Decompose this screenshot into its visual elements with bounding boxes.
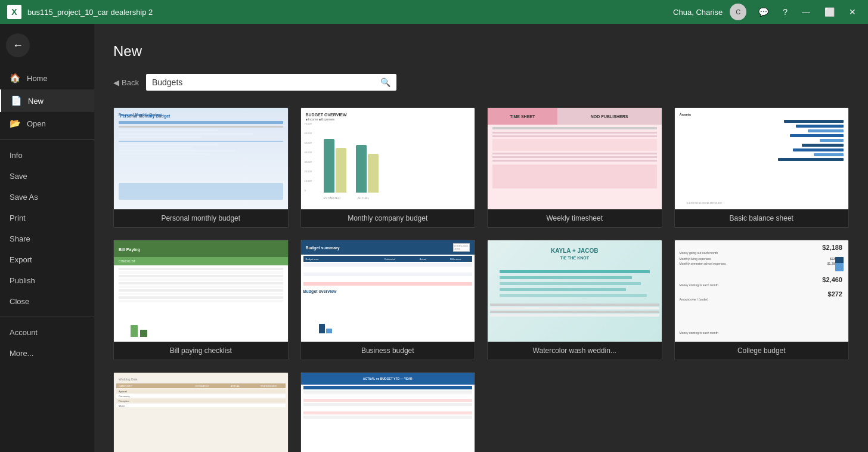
template-thumb-personal: Personal Monthly Budget [114,108,288,209]
template-label-college-budget: College budget [675,342,849,360]
title-bar-right: Chua, Charise C 💬 ? — ⬜ ✕ [673,4,861,20]
new-icon: 📄 [11,95,22,106]
template-label-bill-checklist: Bill paying checklist [114,342,288,360]
sidebar-item-close[interactable]: Close [0,291,94,312]
help-icon[interactable]: ? [778,5,792,19]
sidebar-item-new[interactable]: 📄 New [0,89,94,112]
close-icon[interactable]: ✕ [844,5,861,19]
feedback-icon[interactable]: 💬 [754,5,773,19]
template-card-personal-budget[interactable]: Personal Monthly Budget [113,107,289,228]
template-card-business-budget[interactable]: Budget summary YOUR LOGO HERE Budget are… [300,240,476,360]
template-thumb-timesheet: TIME SHEET NOD PUBLISHERS [488,108,662,209]
back-label: Back [122,78,139,87]
sidebar-item-account[interactable]: Account [0,322,94,343]
window-controls: 💬 ? — ⬜ ✕ [754,5,861,19]
search-input-wrap[interactable]: 🔍 [146,74,396,91]
template-thumb-bill: Bill Paying CHECKLIST [114,240,288,342]
minimize-icon[interactable]: — [797,5,815,19]
sidebar-item-save-as[interactable]: Save As [0,187,94,208]
username-label: Chua, Charise [673,8,723,17]
open-icon: 📂 [10,118,21,129]
sidebar-item-save[interactable]: Save [0,166,94,187]
maximize-icon[interactable]: ⬜ [820,5,839,19]
sidebar-item-info[interactable]: Info [0,145,94,166]
search-input[interactable] [152,78,380,87]
chevron-left-icon: ◀ [113,78,119,87]
template-card-wedding[interactable]: KAYLA + JACOB TIE THE KNOT Wat [487,240,662,360]
sidebar-item-export[interactable]: Export [0,249,94,270]
template-card-bill-checklist[interactable]: Bill Paying CHECKLIST [113,240,289,360]
sidebar-open-label: Open [27,119,46,128]
back-button[interactable]: ← [6,33,30,57]
title-bar: X bus115_project_10_car dealership 2 Chu… [0,0,868,24]
template-label-wedding: Watercolor wash weddin... [488,342,662,360]
template-thumb-business: Budget summary YOUR LOGO HERE Budget are… [301,240,475,342]
sidebar: ← 🏠 Home 📄 New 📂 Open Info Save Save As … [0,24,94,452]
template-card-ytd[interactable]: ACTUAL vs BUDGET YTD — YEAR Actual vs Bu… [300,372,476,452]
template-card-timesheet[interactable]: TIME SHEET NOD PUBLISHERS Weekly timeshe… [487,107,662,228]
template-thumb-ytd: ACTUAL vs BUDGET YTD — YEAR [301,373,475,452]
template-label-personal-budget: Personal monthly budget [114,209,288,227]
template-card-college-budget[interactable]: $2,188 Money going out each month Monthl… [674,240,850,360]
template-label-company-budget: Monthly company budget [301,209,475,227]
sidebar-item-more[interactable]: More... [0,343,94,364]
template-grid: Personal Monthly Budget [113,107,849,452]
template-thumb-company: BUDGET OVERVIEW ■ Income ■ Expenses 70,0… [301,108,475,209]
sidebar-item-print[interactable]: Print [0,208,94,228]
sidebar-divider-2 [0,317,94,317]
home-icon: 🏠 [10,73,21,83]
sidebar-home-label: Home [27,74,48,83]
template-thumb-wedding: KAYLA + JACOB TIE THE KNOT [488,240,662,342]
main-layout: ← 🏠 Home 📄 New 📂 Open Info Save Save As … [0,24,868,452]
sidebar-item-open[interactable]: 📂 Open [0,112,94,135]
template-label-balance-sheet: Basic balance sheet [675,209,849,227]
sidebar-divider-1 [0,140,94,140]
template-card-wedding2[interactable]: Wedding Date: CATEGORY ESTIMATED ACTUAL … [113,372,289,452]
sidebar-item-home[interactable]: 🏠 Home [0,67,94,89]
sidebar-new-label: New [28,97,44,106]
template-card-balance-sheet[interactable]: Assets $-1,000 $0 $1,000 $2,000 $3,000 [674,107,850,228]
sidebar-item-share[interactable]: Share [0,228,94,249]
template-thumb-wedding2: Wedding Date: CATEGORY ESTIMATED ACTUAL … [114,373,288,452]
filename-label: bus115_project_10_car dealership 2 [27,8,673,17]
page-title: New [113,43,849,60]
sidebar-item-publish[interactable]: Publish [0,270,94,291]
content-area: New ◀ Back 🔍 Personal Monthly Budget [94,24,868,452]
search-bar: ◀ Back 🔍 [113,74,849,91]
avatar[interactable]: C [730,4,746,20]
template-card-company-budget[interactable]: BUDGET OVERVIEW ■ Income ■ Expenses 70,0… [300,107,476,228]
template-thumb-balance: Assets $-1,000 $0 $1,000 $2,000 $3,000 [675,108,849,209]
search-icon: 🔍 [380,78,390,87]
app-logo: X [7,5,21,19]
template-label-timesheet: Weekly timesheet [488,209,662,227]
template-thumb-college: $2,188 Money going out each month Monthl… [675,240,849,342]
template-label-business-budget: Business budget [301,342,475,360]
search-back-arrow[interactable]: ◀ Back [113,78,139,87]
